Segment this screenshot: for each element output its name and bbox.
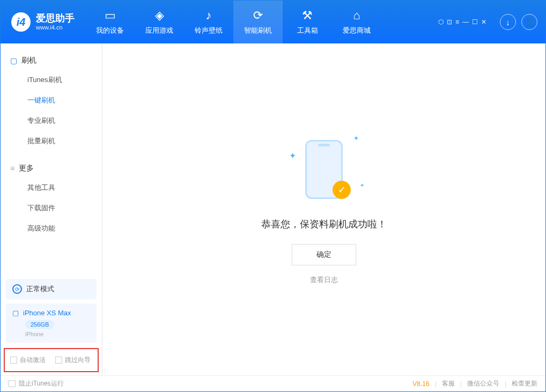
header: i4 爱思助手 www.i4.cn ▭我的设备 ◈应用游戏 ♪铃声壁纸 ⟳智能刷… <box>1 1 545 43</box>
sidebar-item-download-firmware[interactable]: 下载固件 <box>1 198 102 218</box>
mode-icon: ⟳ <box>12 284 22 294</box>
minimize-icon[interactable]: — <box>462 18 469 26</box>
sidebar: ▢刷机 iTunes刷机 一键刷机 专业刷机 批量刷机 ≡更多 其他工具 下载固… <box>1 43 102 375</box>
tab-flash[interactable]: ⟳智能刷机 <box>233 1 283 43</box>
phone-icon: ▢ <box>10 56 17 65</box>
checkbox-auto-activate[interactable]: 自动激活 <box>10 356 46 365</box>
success-illustration: ✦ ✦ ✦ ✓ <box>284 135 364 204</box>
check-badge-icon: ✓ <box>333 181 351 199</box>
shirt-icon[interactable]: ⬡ <box>438 18 444 26</box>
statusbar: 阻止iTunes运行 V8.16 | 客服 | 微信公众号 | 检查更新 <box>1 375 545 391</box>
device-name: iPhone XS Max <box>23 309 71 317</box>
tab-toolbox[interactable]: ⚒工具箱 <box>283 1 332 43</box>
music-icon: ♪ <box>206 9 212 23</box>
download-button[interactable]: ↓ <box>500 14 516 30</box>
device-type: iPhone <box>25 331 90 337</box>
main-content: ✦ ✦ ✦ ✓ 恭喜您，保资料刷机成功啦！ 确定 查看日志 <box>102 43 545 375</box>
device-icon: ▭ <box>105 9 116 23</box>
store-icon: ⌂ <box>353 9 360 23</box>
toolbox-icon: ⚒ <box>302 9 313 23</box>
list-icon: ≡ <box>10 164 14 173</box>
tab-apps-games[interactable]: ◈应用游戏 <box>135 1 184 43</box>
tab-my-device[interactable]: ▭我的设备 <box>85 1 135 43</box>
sparkle-icon: ✦ <box>360 182 364 188</box>
logo-icon: i4 <box>11 12 31 32</box>
ok-button[interactable]: 确定 <box>292 244 356 265</box>
wechat-link[interactable]: 微信公众号 <box>467 379 499 388</box>
title-buttons: ⬡ ⊡ ≡ — ☐ ✕ ↓ 👤 <box>438 14 545 30</box>
view-log-link[interactable]: 查看日志 <box>310 275 338 285</box>
block-itunes-label[interactable]: 阻止iTunes运行 <box>19 379 64 388</box>
sidebar-item-pro-flash[interactable]: 专业刷机 <box>1 110 102 131</box>
mode-label: 正常模式 <box>26 284 54 294</box>
customer-service-link[interactable]: 客服 <box>442 379 455 388</box>
sidebar-item-batch-flash[interactable]: 批量刷机 <box>1 131 102 151</box>
device-storage: 256GB <box>25 320 54 329</box>
menu-icon[interactable]: ≡ <box>455 18 459 26</box>
user-button[interactable]: 👤 <box>521 14 537 30</box>
sidebar-section-more: ≡更多 <box>1 159 102 177</box>
sparkle-icon: ✦ <box>353 135 359 142</box>
nav-tabs: ▭我的设备 ◈应用游戏 ♪铃声壁纸 ⟳智能刷机 ⚒工具箱 ⌂爱思商城 <box>85 1 438 43</box>
logo-subtitle: www.i4.cn <box>36 24 75 31</box>
version-label: V8.16 <box>412 380 429 388</box>
checkbox-icon <box>55 357 62 364</box>
sparkle-icon: ✦ <box>289 151 296 161</box>
flash-options-highlight: 自动激活 跳过向导 <box>4 348 99 372</box>
device-icon: ▢ <box>12 309 19 317</box>
sidebar-item-other-tools[interactable]: 其他工具 <box>1 177 102 198</box>
sidebar-item-advanced[interactable]: 高级功能 <box>1 218 102 239</box>
cube-icon: ◈ <box>155 9 164 23</box>
checkbox-icon[interactable] <box>9 380 16 387</box>
tab-store[interactable]: ⌂爱思商城 <box>332 1 381 43</box>
mode-box[interactable]: ⟳ 正常模式 <box>6 279 97 299</box>
check-update-link[interactable]: 检查更新 <box>512 379 537 388</box>
close-icon[interactable]: ✕ <box>481 18 486 26</box>
success-message: 恭喜您，保资料刷机成功啦！ <box>261 218 387 231</box>
tab-ringtones[interactable]: ♪铃声壁纸 <box>184 1 233 43</box>
feedback-icon[interactable]: ⊡ <box>447 18 452 26</box>
device-box[interactable]: ▢iPhone XS Max 256GB iPhone <box>6 304 97 343</box>
logo: i4 爱思助手 www.i4.cn <box>1 12 85 32</box>
sidebar-item-itunes-flash[interactable]: iTunes刷机 <box>1 70 102 90</box>
maximize-icon[interactable]: ☐ <box>472 18 478 26</box>
refresh-icon: ⟳ <box>253 9 263 23</box>
logo-title: 爱思助手 <box>36 13 75 25</box>
checkbox-skip-wizard[interactable]: 跳过向导 <box>55 356 91 365</box>
sidebar-item-oneclick-flash[interactable]: 一键刷机 <box>1 90 102 110</box>
checkbox-icon <box>10 357 17 364</box>
sidebar-section-flash: ▢刷机 <box>1 51 102 70</box>
